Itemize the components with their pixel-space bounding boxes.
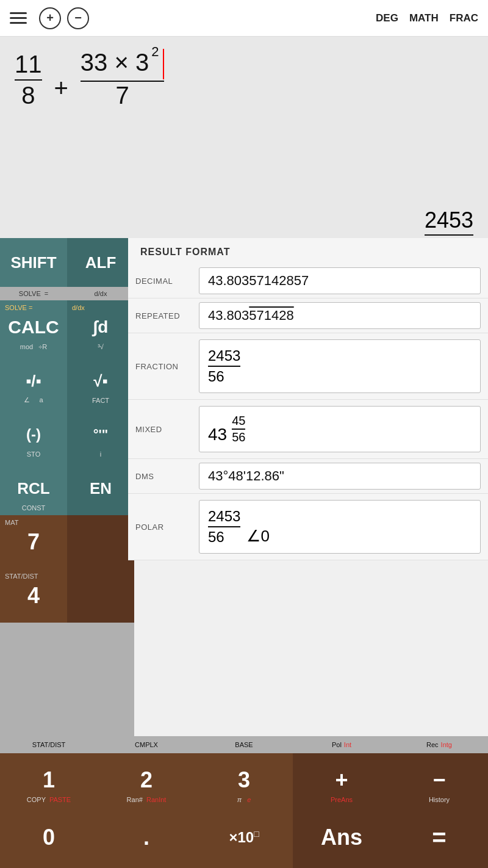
minus-button[interactable]: − History — [390, 753, 488, 807]
button-row-1: SHIFT ALF — [0, 238, 134, 287]
top-icons: + − — [39, 7, 89, 29]
rf-mixed-value[interactable]: 43 45 56 — [199, 406, 481, 452]
base-label: BASE — [195, 736, 293, 753]
rf-polar-num: 2453 — [208, 508, 240, 527]
rf-mixed-whole: 43 — [208, 425, 227, 444]
rf-frac-den: 56 — [208, 367, 224, 385]
button-row-7: STAT/DIST 4 — [0, 569, 134, 623]
cursor — [163, 49, 164, 79]
rf-fraction-label: FRACTION — [135, 362, 190, 371]
frac1-num: 11 — [15, 51, 42, 81]
rf-decimal-row[interactable]: DECIMAL 43.80357142857 — [128, 264, 488, 298]
rf-polar-label: POLAR — [135, 523, 190, 532]
rf-repeated-row[interactable]: REPEATED 43.803571428 — [128, 298, 488, 333]
four-button[interactable]: STAT/DIST 4 — [0, 569, 67, 623]
number-row-1: 1 COPY PASTE 2 Ran# RanInt 3 π e + PreAn… — [0, 753, 488, 807]
eng-button[interactable]: EN — [67, 461, 134, 515]
sub-row-1: SOLVE = d/dx — [0, 287, 134, 300]
menu-button[interactable] — [10, 12, 27, 24]
stat-label: STAT/DIST — [0, 736, 98, 753]
integral-button[interactable]: d/dx ∫d ³√ — [67, 300, 134, 354]
rf-mixed-frac: 45 56 — [232, 414, 245, 444]
bottom-label-row: STAT/DIST CMPLX BASE Pol Int Rec Intg — [0, 736, 488, 753]
calc-button[interactable]: SOLVE = CALC mod ÷R — [0, 300, 67, 354]
alpha-button[interactable]: ALF — [67, 238, 134, 287]
equals-button[interactable]: = — [390, 807, 488, 868]
result-format-panel: RESULT FORMAT DECIMAL 43.80357142857 REP… — [128, 238, 488, 560]
button-row-4: (-) STO °'" i — [0, 408, 134, 461]
result-format-title: RESULT FORMAT — [128, 238, 488, 264]
plus-sign: + — [54, 74, 68, 109]
subtract-button[interactable]: − — [67, 7, 89, 29]
frac2-num: 33 × 32 — [81, 49, 165, 82]
rf-fraction-row[interactable]: FRACTION 2453 56 — [128, 333, 488, 400]
bottom-final-row: 0 . ×10□ Ans = — [0, 807, 488, 868]
ans-button[interactable]: Ans — [293, 807, 390, 868]
rf-polar-frac: 2453 56 — [208, 508, 240, 546]
pol-int-label: Pol Int — [293, 736, 390, 753]
frac-mode: FRAC — [450, 12, 478, 24]
rec-intg-label: Rec Intg — [390, 736, 488, 753]
rf-repeated-label: REPEATED — [135, 311, 190, 320]
rf-polar-value[interactable]: 2453 56 ∠0 — [199, 500, 481, 554]
plus-button[interactable]: + PreAns — [293, 753, 390, 807]
rcl-button[interactable]: RCL CONST — [0, 461, 67, 515]
rf-fraction-value[interactable]: 2453 56 — [199, 339, 481, 393]
rf-decimal-text: 43.80357142857 — [208, 273, 309, 289]
cmplx-label: CMPLX — [98, 736, 195, 753]
math-mode: MATH — [409, 12, 439, 24]
degree-button[interactable]: °'" i — [67, 408, 134, 461]
shift-button[interactable]: SHIFT — [0, 238, 67, 287]
fraction-1: 11 8 — [15, 51, 42, 109]
button-row-3: ▪/▪ ∠ a √▪ FACT — [0, 354, 134, 408]
button-row-5: RCL CONST EN — [0, 461, 134, 515]
add-button[interactable]: + — [39, 7, 61, 29]
rf-mixed-label: MIXED — [135, 425, 190, 434]
rf-polar-den: 56 — [208, 527, 224, 546]
three-button[interactable]: 3 π e — [195, 753, 293, 807]
sqrt-button[interactable]: √▪ FACT — [67, 354, 134, 408]
one-button[interactable]: 1 COPY PASTE — [0, 753, 98, 807]
rf-fraction-display: 2453 56 — [208, 347, 240, 385]
seven-button[interactable]: MAT 7 — [0, 515, 67, 569]
frac2-den: 7 — [116, 82, 129, 109]
bottom-rows: STAT/DIST CMPLX BASE Pol Int Rec Intg 1 … — [0, 736, 488, 868]
frac1-den: 8 — [21, 81, 35, 109]
rf-mixed-num: 45 — [232, 414, 245, 430]
rf-dms-text: 43°48'12.86" — [208, 468, 284, 484]
rf-dms-row[interactable]: DMS 43°48'12.86" — [128, 459, 488, 494]
mode-indicators: DEG MATH FRAC — [376, 12, 478, 24]
zero-button[interactable]: 0 — [0, 807, 98, 868]
rf-polar-display: 2453 56 ∠0 — [208, 508, 270, 546]
equals-label: = — [45, 290, 48, 297]
solve-label: SOLVE — [19, 290, 41, 297]
rf-mixed-display: 43 45 56 — [208, 414, 245, 444]
deg-mode: DEG — [376, 12, 398, 24]
fraction-2: 33 × 32 7 — [81, 49, 165, 109]
rf-decimal-label: DECIMAL — [135, 277, 190, 286]
two-button[interactable]: 2 Ran# RanInt — [98, 753, 195, 807]
rf-mixed-den: 56 — [232, 430, 245, 444]
rf-polar-angle: ∠0 — [246, 527, 269, 546]
right-btn-7[interactable] — [67, 569, 134, 623]
rf-mixed-row[interactable]: MIXED 43 45 56 — [128, 400, 488, 459]
exp10-button[interactable]: ×10□ — [195, 807, 293, 868]
negate-button[interactable]: (-) STO — [0, 408, 67, 461]
button-row-6: MAT 7 — [0, 515, 134, 569]
rf-decimal-value[interactable]: 43.80357142857 — [199, 267, 481, 294]
top-bar: + − DEG MATH FRAC — [0, 0, 488, 37]
result-num: 2453 — [425, 208, 473, 236]
rf-repeated-value[interactable]: 43.803571428 — [199, 302, 481, 329]
button-row-2: SOLVE = CALC mod ÷R d/dx ∫d ³√ — [0, 300, 134, 354]
rf-dms-label: DMS — [135, 472, 190, 481]
ddx-label: d/dx — [95, 290, 107, 297]
expression: 11 8 + 33 × 32 7 — [15, 49, 473, 109]
rf-frac-num: 2453 — [208, 347, 240, 367]
rf-repeated-text: 43.803571428 — [208, 308, 294, 324]
right-btn-6[interactable] — [67, 515, 134, 569]
rf-polar-row[interactable]: POLAR 2453 56 ∠0 — [128, 494, 488, 560]
rf-dms-value[interactable]: 43°48'12.86" — [199, 463, 481, 490]
fraction-button[interactable]: ▪/▪ ∠ a — [0, 354, 67, 408]
decimal-button[interactable]: . — [98, 807, 195, 868]
